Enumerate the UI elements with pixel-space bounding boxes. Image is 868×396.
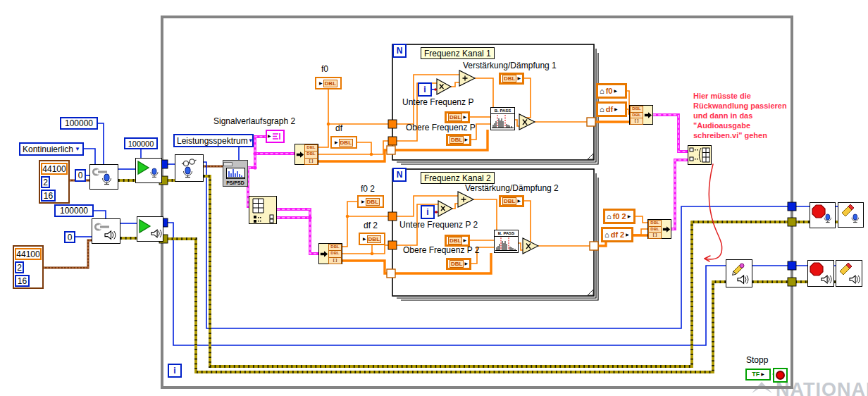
bits-constant[interactable]: 16: [15, 275, 30, 287]
while-loop-iteration-terminal[interactable]: i: [168, 364, 182, 378]
sample-rate-constant[interactable]: 44100: [41, 163, 68, 175]
sound-format-cluster-top[interactable]: 44100 2 16: [39, 160, 70, 204]
constant-value: 2: [17, 263, 22, 273]
df-2-indicator[interactable]: ▶ DBL: [359, 233, 385, 245]
spectrum-type-dropdown[interactable]: Leistungsspektrum ▼: [173, 134, 254, 147]
unbundle-cell-array[interactable]: [ ]: [304, 158, 318, 165]
stop-audio-output-vi[interactable]: [807, 260, 834, 287]
tunnel-df-ch2[interactable]: [388, 241, 397, 249]
samples-constant-mid[interactable]: 100000: [124, 137, 158, 149]
f0-2-indicator[interactable]: ▶ DBL: [357, 195, 384, 208]
wire-buffer-size-bottom[interactable]: [94, 211, 106, 218]
bandpass-filter-vi-ch2[interactable]: B. PASS: [494, 230, 519, 253]
upper-freq-control-ch2[interactable]: DBL ▶: [446, 258, 471, 270]
for-loop-2-count-terminal[interactable]: N: [392, 168, 407, 182]
start-audio-output-vi[interactable]: [137, 216, 163, 242]
df-local-variable[interactable]: ⌂ df ▶: [596, 101, 627, 117]
write-audio-output-vi[interactable]: [726, 259, 752, 287]
for-loop-1-resize-handle[interactable]: [588, 154, 593, 159]
tunnel-array-ch2-in[interactable]: [387, 269, 395, 278]
tunnel-task-spk-out[interactable]: [788, 261, 796, 270]
frame-label-text: Frequenz Kanal 2: [424, 173, 491, 183]
tunnel-f0-ch2[interactable]: [388, 212, 397, 221]
start-audio-input-vi[interactable]: [135, 158, 162, 183]
bundle-ch1[interactable]: DBL DBL [ ]: [629, 105, 653, 125]
wire-bundle2-out[interactable]: [671, 160, 688, 229]
tunnel-array-ch1-in[interactable]: [387, 146, 395, 154]
stop-audio-input-vi[interactable]: [810, 202, 836, 228]
tunnel-array-ch2-out[interactable]: [590, 242, 598, 250]
clear-audio-input-vi[interactable]: [838, 202, 864, 228]
stop-boolean-control[interactable]: TF ▶: [745, 369, 771, 380]
index-array-function[interactable]: [249, 196, 277, 224]
tunnel-error-spk-out[interactable]: [788, 278, 796, 286]
iteration-terminal-ch2[interactable]: i: [421, 205, 435, 219]
waveform-graph-terminal[interactable]: ▶: [266, 130, 285, 143]
tunnel-task-mic-out[interactable]: [788, 202, 796, 211]
bundle-cell-array[interactable]: [ ]: [630, 118, 643, 125]
wire-mult1-add1[interactable]: [451, 82, 459, 87]
wire-array-ch2-in[interactable]: [342, 261, 387, 273]
wire-index-out[interactable]: [277, 209, 318, 254]
upper-freq-control-ch1[interactable]: DBL ▶: [446, 134, 471, 146]
wire-array-ch1-in[interactable]: [318, 150, 387, 161]
wire-df-2-tunnel[interactable]: [372, 245, 388, 254]
device-id-constant-top[interactable]: 0: [75, 169, 86, 182]
unbundle-cell-array[interactable]: [ ]: [328, 257, 342, 264]
df-indicator[interactable]: ▶ DBL: [330, 136, 357, 149]
add-function-ch1[interactable]: [459, 70, 475, 86]
sound-format-cluster-bottom[interactable]: 44100 2 16: [13, 245, 44, 289]
clear-audio-output-vi[interactable]: [836, 260, 862, 287]
channels-constant[interactable]: 2: [15, 261, 24, 273]
tunnel-f0-ch1[interactable]: [388, 120, 397, 128]
tunnel-array-ch1-out[interactable]: [587, 118, 595, 126]
wire-error-start-write-spk[interactable]: [162, 239, 726, 372]
for-loop-2-resize-handle[interactable]: [588, 290, 593, 295]
device-id-constant-bottom[interactable]: 0: [64, 231, 75, 243]
multiply-function-ch2[interactable]: [438, 201, 452, 216]
build-array-function[interactable]: [688, 145, 712, 165]
configure-audio-output-vi[interactable]: [92, 218, 120, 244]
wire-f0-2[interactable]: [342, 202, 357, 247]
wire-add1-filter[interactable]: [475, 78, 493, 107]
multiply-function-ch1[interactable]: [437, 79, 451, 94]
df-2-local-variable[interactable]: ⌂ df 2 ▶: [601, 227, 633, 242]
channels-constant[interactable]: 2: [41, 176, 50, 188]
buffer-size-constant-top[interactable]: 100000: [60, 117, 98, 130]
gain-control-ch1[interactable]: DBL ▶: [499, 73, 524, 85]
bundle-ch2[interactable]: DBL DBL [ ]: [647, 219, 671, 239]
unbundle-ch1[interactable]: DBL DBL [ ]: [294, 144, 318, 165]
gain-control-ch2[interactable]: DBL ▶: [499, 195, 524, 207]
wire-sound-format-bottom[interactable]: [44, 240, 92, 268]
wire-df2-house-bundle[interactable]: [633, 229, 647, 235]
bits-constant[interactable]: 16: [41, 190, 56, 202]
buffer-size-constant-bottom[interactable]: 100000: [54, 204, 94, 217]
wire-bundle1-out[interactable]: [653, 115, 688, 151]
unbundle-ch2[interactable]: DBL DBL [ ]: [318, 243, 342, 264]
iteration-terminal-ch1[interactable]: i: [418, 82, 432, 97]
sample-rate-constant[interactable]: 44100: [15, 248, 42, 260]
tunnel-df-ch1[interactable]: [388, 137, 397, 145]
bandpass-filter-vi-ch1[interactable]: B. PASS: [490, 107, 515, 130]
f0-indicator[interactable]: ▶ DBL: [315, 77, 342, 89]
wire-filter2-mult3[interactable]: [519, 243, 523, 250]
add-function-ch2[interactable]: [458, 192, 473, 207]
wire-mode[interactable]: [83, 149, 95, 164]
for-loop-1-count-terminal[interactable]: N: [392, 44, 407, 58]
continuous-mode-dropdown[interactable]: Kontinuierlich ▼: [19, 142, 84, 156]
lower-freq-control-ch1[interactable]: DBL ▶: [445, 111, 470, 123]
power-spectrum-vi[interactable]: PS/PSD: [223, 160, 248, 187]
wire-task-start-write-spk[interactable]: [162, 223, 726, 345]
wire-mult-add2[interactable]: [452, 204, 458, 209]
configure-audio-input-vi[interactable]: [89, 164, 118, 190]
f0-2-local-variable[interactable]: ⌂ f0 2 ▶: [603, 209, 636, 224]
multiply-gain-ch1[interactable]: [519, 114, 535, 130]
wire-f02-house-bundle[interactable]: [636, 216, 647, 223]
loop-condition-terminal[interactable]: [773, 368, 788, 383]
tunnel-error-mic-out[interactable]: [788, 218, 796, 226]
f0-local-variable[interactable]: ⌂ f0 ▶: [596, 83, 627, 99]
wire-filter1-mult2[interactable]: [515, 120, 519, 126]
bundle-cell-array[interactable]: [ ]: [648, 232, 662, 239]
read-audio-input-vi[interactable]: [175, 154, 204, 182]
wire-f0[interactable]: [318, 89, 328, 147]
